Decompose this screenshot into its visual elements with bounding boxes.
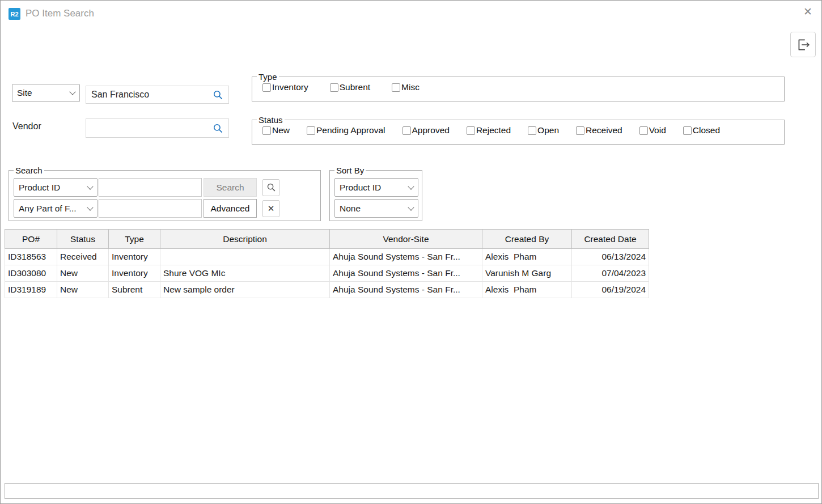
table-cell: New sample order: [160, 282, 330, 298]
column-header[interactable]: Created By: [482, 230, 572, 249]
table-cell: ID318563: [5, 249, 57, 265]
table-cell: 06/19/2024: [572, 282, 649, 298]
status-bar: [5, 483, 819, 499]
table-cell: New: [57, 265, 109, 282]
checkbox-new[interactable]: New: [262, 125, 290, 135]
close-button[interactable]: ✕: [803, 6, 812, 17]
checkbox-icon[interactable]: [467, 126, 475, 135]
table-header-row: PO#StatusTypeDescriptionVendor-SiteCreat…: [5, 230, 649, 249]
table-cell: ID303080: [5, 265, 57, 282]
table-cell: [160, 249, 330, 265]
site-select-value: Site: [17, 88, 32, 98]
column-header[interactable]: Vendor-Site: [330, 230, 482, 249]
checkbox-label: Misc: [401, 82, 420, 92]
table-cell: Ahuja Sound Systems - San Fr...: [330, 282, 482, 298]
chevron-down-icon: [408, 204, 414, 210]
checkbox-icon[interactable]: [262, 83, 271, 92]
chevron-down-icon: [69, 88, 75, 95]
exit-button[interactable]: [790, 32, 816, 57]
chevron-down-icon: [408, 183, 414, 189]
r2-logo: R2: [9, 8, 20, 20]
results-table: PO#StatusTypeDescriptionVendor-SiteCreat…: [5, 229, 649, 298]
table-row[interactable]: ID318563ReceivedInventoryAhuja Sound Sys…: [5, 249, 649, 265]
search-button[interactable]: Search: [204, 178, 257, 197]
advanced-button[interactable]: Advanced: [204, 199, 257, 218]
table-cell: 07/04/2023: [572, 265, 649, 282]
checkbox-icon[interactable]: [576, 126, 584, 135]
checkbox-open[interactable]: Open: [528, 125, 559, 135]
sort-secondary-select[interactable]: None: [334, 199, 418, 218]
status-group: Status New Pending Approval Approved Rej…: [252, 115, 785, 145]
site-field-value: San Francisco: [91, 90, 149, 100]
search-term-input[interactable]: [99, 178, 202, 197]
checkbox-rejected[interactable]: Rejected: [467, 125, 511, 135]
vendor-search-field[interactable]: [86, 118, 229, 138]
checkbox-icon[interactable]: [392, 83, 400, 92]
table-cell: ID319189: [5, 282, 57, 298]
table-cell: Subrent: [109, 282, 160, 298]
column-header[interactable]: Description: [160, 230, 330, 249]
sort-secondary-select-value: None: [340, 204, 361, 214]
checkbox-subrent[interactable]: Subrent: [330, 82, 370, 92]
checkbox-icon[interactable]: [528, 126, 536, 135]
checkbox-label: Closed: [693, 125, 720, 135]
table-cell: New: [57, 282, 109, 298]
checkbox-pending-approval[interactable]: Pending Approval: [307, 125, 385, 135]
checkbox-label: Inventory: [272, 82, 308, 92]
status-group-label: Status: [257, 115, 285, 125]
column-header[interactable]: PO#: [5, 230, 57, 249]
checkbox-icon[interactable]: [307, 126, 315, 135]
chevron-down-icon: [87, 204, 93, 210]
checkbox-void[interactable]: Void: [639, 125, 666, 135]
checkbox-icon[interactable]: [402, 126, 411, 135]
search-icon-button[interactable]: [262, 179, 279, 196]
table-cell: Inventory: [109, 265, 160, 282]
chevron-down-icon: [87, 183, 93, 189]
checkbox-label: Void: [649, 125, 666, 135]
sort-primary-select-value: Product ID: [340, 183, 381, 193]
search-icon[interactable]: [213, 123, 223, 134]
search-match-select[interactable]: Any Part of F...: [14, 199, 98, 218]
type-group-label: Type: [257, 72, 279, 82]
checkbox-label: Approved: [412, 125, 450, 135]
search-field-select-value: Product ID: [19, 183, 60, 193]
clear-search-button[interactable]: ✕: [262, 200, 279, 217]
table-cell: Ahuja Sound Systems - San Fr...: [330, 249, 482, 265]
search-match-select-value: Any Part of F...: [19, 204, 77, 214]
checkbox-received[interactable]: Received: [576, 125, 622, 135]
checkbox-icon[interactable]: [639, 126, 648, 135]
checkbox-label: New: [272, 125, 290, 135]
table-cell: Varunish M Garg: [482, 265, 572, 282]
table-row[interactable]: ID303080NewInventoryShure VOG MIcAhuja S…: [5, 265, 649, 282]
checkbox-icon[interactable]: [262, 126, 271, 135]
checkbox-icon[interactable]: [330, 83, 338, 92]
table-cell: Ahuja Sound Systems - San Fr...: [330, 265, 482, 282]
column-header[interactable]: Type: [109, 230, 160, 249]
sort-by-group-label: Sort By: [334, 166, 366, 175]
table-cell: Alexis Pham: [482, 282, 572, 298]
sort-by-group: Sort By Product ID None: [329, 166, 422, 221]
checkbox-inventory[interactable]: Inventory: [262, 82, 308, 92]
site-search-field[interactable]: San Francisco: [86, 86, 229, 104]
search-icon[interactable]: [213, 90, 223, 100]
sort-primary-select[interactable]: Product ID: [334, 178, 418, 197]
column-header[interactable]: Created Date: [572, 230, 649, 249]
checkbox-label: Subrent: [340, 82, 370, 92]
advanced-term-input[interactable]: [99, 199, 202, 218]
checkbox-label: Rejected: [476, 125, 511, 135]
checkbox-label: Open: [537, 125, 559, 135]
checkbox-approved[interactable]: Approved: [402, 125, 450, 135]
table-cell: Received: [57, 249, 109, 265]
checkbox-icon[interactable]: [683, 126, 692, 135]
search-icon: [266, 183, 276, 192]
checkbox-closed[interactable]: Closed: [683, 125, 720, 135]
table-cell: Alexis Pham: [482, 249, 572, 265]
table-body: ID318563ReceivedInventoryAhuja Sound Sys…: [5, 249, 649, 298]
checkbox-label: Received: [586, 125, 622, 135]
site-select[interactable]: Site: [12, 84, 80, 102]
search-field-select[interactable]: Product ID: [14, 178, 98, 197]
column-header[interactable]: Status: [57, 230, 109, 249]
checkbox-misc[interactable]: Misc: [392, 82, 420, 92]
table-cell: Shure VOG MIc: [160, 265, 330, 282]
table-row[interactable]: ID319189NewSubrentNew sample orderAhuja …: [5, 282, 649, 298]
